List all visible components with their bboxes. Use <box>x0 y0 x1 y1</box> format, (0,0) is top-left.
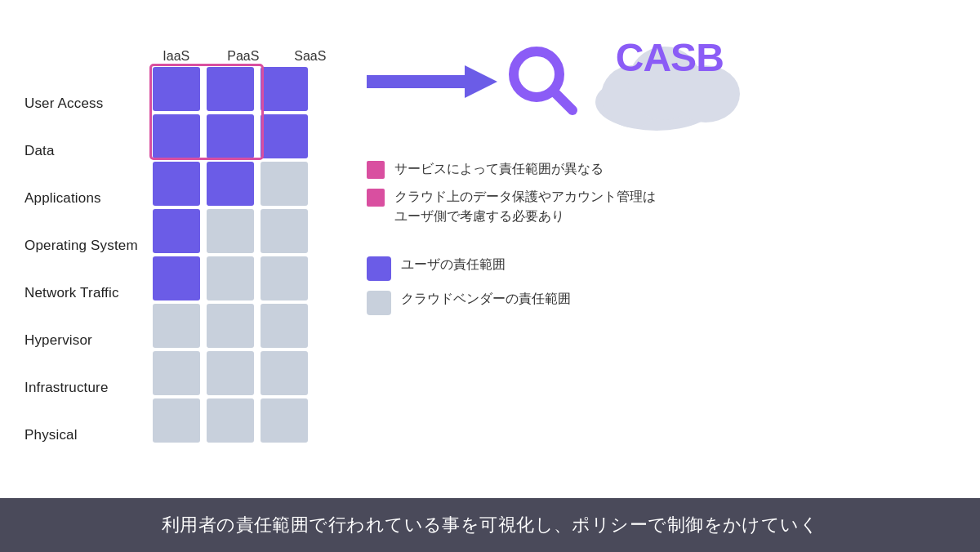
paas-row3 <box>207 162 254 206</box>
grid-body <box>153 67 334 443</box>
legend-text-3: ユーザの責任範囲 <box>401 255 506 274</box>
legend-text-2: クラウド上のデータ保護やアカウント管理はユーザ側で考慮する必要あり <box>394 187 656 226</box>
row-label-data: Data <box>24 127 138 175</box>
right-section: CASB サービスによって責任範囲が異なる クラウド上のデータ保護やアカウント管… <box>367 24 947 315</box>
legend-text-4: クラウドベンダーの責任範囲 <box>401 289 571 309</box>
iaas-row3 <box>153 162 200 206</box>
paas-row5 <box>207 256 254 300</box>
row-label-physical: Physical <box>24 412 138 459</box>
legend-text-1: サービスによって責任範囲が異なる <box>394 159 604 179</box>
row-label-hypervisor: Hypervisor <box>24 317 138 364</box>
row-labels: User Access Data Applications Operating … <box>24 80 138 459</box>
grid-col-saas <box>261 67 308 443</box>
footer-text: 利用者の責任範囲で行われている事を可視化し、ポリシーで制御をかけていく <box>162 513 818 537</box>
grid-container: IaaS PaaS SaaS <box>153 49 334 443</box>
iaas-row8 <box>153 398 200 443</box>
col-header-saas: SaaS <box>287 49 334 64</box>
iaas-row1 <box>153 67 200 111</box>
left-section: User Access Data Applications Operating … <box>24 49 334 459</box>
saas-row5 <box>261 256 308 300</box>
iaas-row7 <box>153 351 200 395</box>
saas-row8 <box>261 398 308 443</box>
legend-icon-gray-1 <box>367 291 391 315</box>
saas-row4 <box>261 209 308 253</box>
footer-bar: 利用者の責任範囲で行われている事を可視化し、ポリシーで制御をかけていく <box>0 498 980 552</box>
magnifier-icon <box>506 43 579 120</box>
casb-text: CASB <box>616 35 724 80</box>
row-label-user-access: User Access <box>24 80 138 127</box>
arrow-left <box>367 59 497 105</box>
paas-row6 <box>207 304 254 348</box>
col-header-paas: PaaS <box>220 49 267 64</box>
paas-row4 <box>207 209 254 253</box>
legend-item-3: ユーザの責任範囲 <box>367 255 656 281</box>
row-label-applications: Applications <box>24 175 138 222</box>
iaas-row5 <box>153 256 200 300</box>
saas-row2 <box>261 114 308 158</box>
col-headers: IaaS PaaS SaaS <box>153 49 334 64</box>
grid-col-paas <box>207 67 254 443</box>
svg-marker-0 <box>367 65 497 98</box>
svg-line-2 <box>553 91 572 110</box>
saas-row7 <box>261 351 308 395</box>
legend-item-4: クラウドベンダーの責任範囲 <box>367 289 656 315</box>
arrow-svg <box>367 59 497 105</box>
paas-row7 <box>207 351 254 395</box>
row-label-network: Network Traffic <box>24 269 138 317</box>
casb-row: CASB <box>367 33 947 131</box>
legend-item-1: サービスによって責任範囲が異なる <box>367 159 656 179</box>
legend-section: サービスによって責任範囲が異なる クラウド上のデータ保護やアカウント管理はユーザ… <box>367 159 656 315</box>
row-label-os: Operating System <box>24 222 138 269</box>
saas-row1 <box>261 67 308 111</box>
grid-col-iaas <box>153 67 200 443</box>
legend-icon-purple-1 <box>367 256 391 281</box>
legend-icon-pink-2 <box>367 189 385 207</box>
legend-item-2: クラウド上のデータ保護やアカウント管理はユーザ側で考慮する必要あり <box>367 187 656 226</box>
main-content: User Access Data Applications Operating … <box>0 0 980 498</box>
iaas-row4 <box>153 209 200 253</box>
magnifier-svg <box>506 43 579 117</box>
iaas-row6 <box>153 304 200 348</box>
saas-row3 <box>261 162 308 206</box>
iaas-row2 <box>153 114 200 158</box>
cloud-casb: CASB <box>591 33 869 131</box>
paas-row2 <box>207 114 254 158</box>
row-label-infra: Infrastructure <box>24 364 138 412</box>
saas-row6 <box>261 304 308 348</box>
legend-icon-pink-1 <box>367 161 385 179</box>
paas-row8 <box>207 398 254 443</box>
paas-row1 <box>207 67 254 111</box>
col-header-iaas: IaaS <box>153 49 200 64</box>
